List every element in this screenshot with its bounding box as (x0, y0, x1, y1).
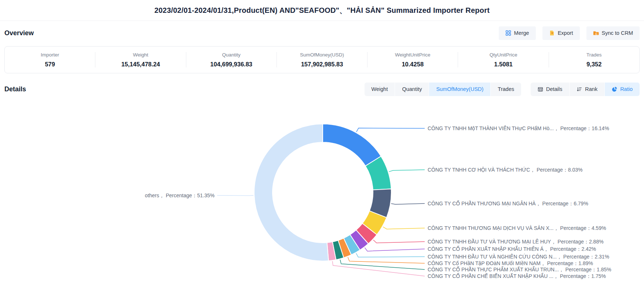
donut-chart: CÔNG TY TNHH MộT THÀNH VIÊN THựC PHẩM Hò… (0, 104, 644, 283)
stat-label: Weight (95, 52, 186, 58)
pie-leader-line-10 (217, 195, 253, 196)
pie-leader-line-4 (373, 240, 425, 243)
sync-to-crm-button[interactable]: Sync to CRM (586, 26, 640, 40)
tab-sum-of-money-label: SumOfMoney(USD) (436, 86, 483, 92)
stat-label: WeightUnitPrice (367, 52, 458, 58)
tab-quantity[interactable]: Quantity (395, 82, 429, 96)
stat-quantity: Quantity 104,699,936.83 (186, 52, 277, 68)
pie-leader-line-2 (391, 203, 425, 204)
sync-to-crm-button-label: Sync to CRM (602, 30, 633, 36)
title-bar: 2023/02/01-2024/01/31,Product(EN) AND"SE… (0, 0, 644, 21)
importer-ratio-chart-area: CÔNG TY TNHH MộT THÀNH VIÊN THựC PHẩM Hò… (0, 104, 644, 283)
merge-button-label: Merge (514, 30, 529, 36)
overview-heading: Overview (4, 29, 34, 37)
pie-label-3: CÔNG TY TNHH THƯƠNG MẠI DỊCH VỤ VÀ SẢN X… (428, 225, 606, 231)
stat-label: QtyUnitPrice (458, 52, 548, 58)
stat-value: 1.5081 (458, 61, 548, 68)
export-document-icon (549, 30, 555, 36)
metric-tab-group: Weight Quantity SumOfMoney(USD) Trades (365, 82, 521, 96)
stat-value: 15,145,478.24 (95, 61, 186, 68)
tab-rank-view-label: Rank (585, 86, 597, 92)
tab-details-view-label: Details (546, 86, 562, 92)
stat-weight-unit-price: WeightUnitPrice 10.4258 (367, 52, 458, 68)
stat-label: Importer (5, 52, 95, 58)
stat-label: Quantity (186, 52, 277, 58)
pie-slice-0[interactable] (323, 124, 381, 166)
merge-grid-icon (505, 30, 511, 36)
details-heading: Details (4, 85, 26, 93)
details-bar: Details Weight Quantity SumOfMoney(USD) … (0, 82, 644, 96)
pie-label-5: CÔNG TY CỔ PHẦN XUẤT NHẬP KHẨU THIÊN Á， … (428, 246, 596, 252)
details-tab-groups: Weight Quantity SumOfMoney(USD) Trades D… (365, 82, 640, 96)
pie-label-10: others， Percentage：51.35% (145, 192, 215, 198)
pie-leader-line-7 (348, 257, 425, 263)
pie-label-6: CÔNG TY TNHH ĐẦU TƯ VÀ NGHIÊN CỨU CÔNG N… (428, 254, 609, 260)
tab-ratio-view-label: Ratio (620, 86, 633, 92)
table-icon (538, 87, 543, 92)
stat-weight: Weight 15,145,478.24 (95, 52, 186, 68)
pie-leader-line-5 (365, 247, 425, 251)
view-tab-group: Details Rank Ratio (531, 82, 640, 96)
rank-sort-icon (577, 87, 582, 92)
merge-button[interactable]: Merge (499, 26, 536, 40)
stat-label: Trades (549, 52, 639, 58)
stat-sum-of-money: SumOfMoney(USD) 157,902,985.83 (277, 52, 367, 68)
pie-leader-line-1 (389, 170, 425, 172)
pie-label-2: CÔNG TY CỔ PHẦN THƯƠNG MẠI NGÂN HÀ， Perc… (428, 200, 588, 206)
export-button-label: Export (558, 30, 573, 36)
overview-stats-card: Importer 579 Weight 15,145,478.24 Quanti… (4, 46, 640, 73)
stat-value: 157,902,985.83 (277, 61, 367, 68)
page-title: 2023/02/01-2024/01/31,Product(EN) AND"SE… (154, 6, 490, 15)
pie-label-8: CÔNG TY CỔ PHẦN THỰC PHẨM XUẤT KHẨU TRUN… (428, 266, 611, 272)
stat-value: 579 (5, 61, 95, 68)
pie-leader-line-6 (356, 253, 425, 257)
tab-ratio-view[interactable]: Ratio (605, 82, 640, 96)
pie-label-4: CÔNG TY TNHH ĐẦU TƯ VÀ THƯƠNG MẠI LÊ HUY… (428, 239, 604, 245)
tab-trades-label: Trades (498, 86, 514, 92)
stat-qty-unit-price: QtyUnitPrice 1.5081 (458, 52, 548, 68)
stat-value: 104,699,936.83 (186, 61, 277, 68)
stat-importer: Importer 579 (5, 52, 95, 68)
stat-trades: Trades 9,352 (549, 52, 639, 68)
pie-leader-line-0 (356, 128, 425, 132)
tab-weight[interactable]: Weight (365, 82, 395, 96)
stat-value: 10.4258 (367, 61, 458, 68)
pie-label-9: CÔNG TY CỔ PHẦN CHẾ BIẾN XUẤT NHẬP KHẨU … (428, 273, 606, 279)
overview-bar: Overview Merge Export Sync to CRM (0, 26, 644, 40)
tab-rank-view[interactable]: Rank (570, 82, 604, 96)
tab-trades[interactable]: Trades (491, 82, 521, 96)
toolbar-actions: Merge Export Sync to CRM (499, 26, 640, 40)
tab-weight-label: Weight (372, 86, 388, 92)
stat-label: SumOfMoney(USD) (277, 52, 367, 58)
sync-folder-icon (593, 30, 599, 36)
tab-sum-of-money[interactable]: SumOfMoney(USD) (429, 82, 490, 96)
export-button[interactable]: Export (542, 26, 580, 40)
pie-icon (612, 87, 617, 92)
pie-label-0: CÔNG TY TNHH MộT THÀNH VIÊN THựC PHẩM Hò… (428, 125, 609, 131)
pie-label-1: CÔNG TY TNHH CƠ HỘI VÀ THÁCH THỨC， Perce… (428, 167, 583, 173)
tab-quantity-label: Quantity (402, 86, 422, 92)
pie-label-7: CÔNG TY Cổ PHầN TậP ĐOàN MUốI MIềN NAM， … (428, 260, 593, 266)
pie-leader-line-3 (383, 227, 425, 229)
tab-details-view[interactable]: Details (531, 82, 569, 96)
pie-slice-10[interactable] (254, 124, 329, 261)
stat-value: 9,352 (549, 61, 639, 68)
